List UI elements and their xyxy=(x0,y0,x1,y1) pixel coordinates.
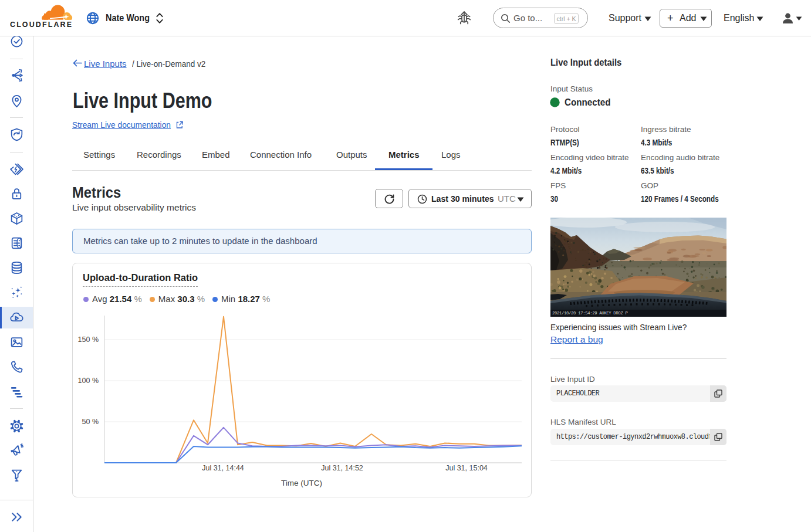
svg-text:Jul 31, 14:52: Jul 31, 14:52 xyxy=(321,464,363,472)
svg-text:2021/10/20 17:54:29 AUKEY DROZ: 2021/10/20 17:54:29 AUKEY DROZ P xyxy=(552,311,627,316)
svg-text:150 %: 150 % xyxy=(78,336,99,344)
svg-text:100 %: 100 % xyxy=(78,377,99,385)
svg-text:50 %: 50 % xyxy=(82,418,99,426)
svg-text:CLOUDFLARE: CLOUDFLARE xyxy=(10,21,73,28)
svg-text:Jul 31, 14:44: Jul 31, 14:44 xyxy=(202,464,244,472)
svg-text:Time (UTC): Time (UTC) xyxy=(281,479,322,487)
svg-text:Jul 31, 15:04: Jul 31, 15:04 xyxy=(445,464,488,472)
